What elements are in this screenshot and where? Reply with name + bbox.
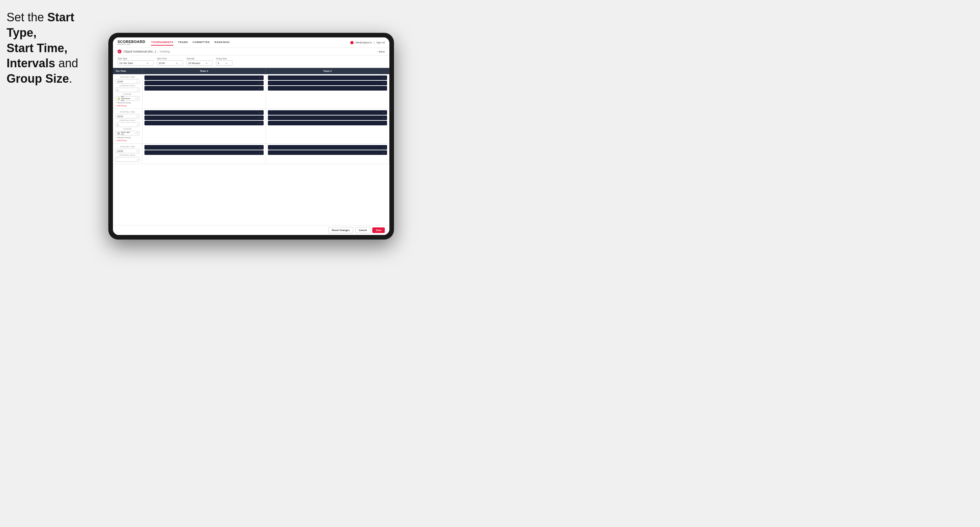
breadcrumb-tournament[interactable]: Clippd Invitational (Mo...)	[123, 50, 156, 53]
player-x-4-2[interactable]: × ○	[382, 117, 386, 119]
starting-time-input-1[interactable]: 10:00 ⊙	[116, 79, 140, 84]
player-empty-4-3	[268, 121, 387, 125]
starting-hole-label-3: STARTING HOLE:	[116, 154, 140, 156]
player-x-2-2[interactable]: × ○	[382, 82, 386, 84]
course-input-1[interactable]: ⛳ (A) Peachtree GC × ▾	[116, 96, 140, 101]
starting-time-input-2[interactable]: 10:10 ⊙	[116, 114, 140, 119]
nav-tab-teams[interactable]: TEAMS	[178, 40, 188, 46]
starting-hole-label-1: STARTING HOLE:	[116, 85, 140, 87]
player-x-1-3[interactable]: × ○	[259, 87, 262, 90]
starting-hole-input-2[interactable]: 1 ▾	[116, 122, 140, 127]
nav-tab-rankings[interactable]: RANKINGS	[215, 40, 230, 46]
logo-text: SCOREBOARD	[118, 40, 145, 44]
player-x-1-2[interactable]: × ○	[259, 82, 262, 84]
remove-group-2[interactable]: ○ Remove Group	[116, 137, 140, 138]
start-time-select[interactable]: 10:00 ⊙	[157, 60, 183, 66]
hole-chevron-1: ▾	[137, 89, 138, 91]
remove-icon-1: ○	[116, 102, 117, 104]
add-group-2[interactable]: + Add Group	[116, 140, 140, 141]
player-row-4-1: × ○	[268, 110, 387, 115]
group-2-team1: × ○ × ○ × ○	[143, 109, 266, 143]
tablet-device: SCOREBOARD Powered by clipp... TOURNAMEN…	[108, 33, 394, 240]
group-1-team2: × ○ × ○	[266, 74, 389, 109]
intervals-label: Intervals	[186, 57, 213, 60]
course-extra-1: ▾	[137, 97, 138, 100]
player-x-2-1[interactable]: × ○	[382, 77, 386, 79]
starting-hole-input-1[interactable]: 1 ▾	[116, 87, 140, 92]
start-type-group: Start Type 1st Tee Start ▾	[118, 57, 154, 66]
course-extra-2: ▾	[137, 132, 138, 135]
player-row-1-2: × ○	[145, 81, 264, 85]
course-tag-1: (A) Peachtree GC	[121, 95, 133, 102]
starting-hole-label-2: STARTING HOLE:	[116, 119, 140, 121]
group-row-2: STARTING TIME: 10:10 ⊙ STARTING HOLE: 1 …	[113, 109, 389, 144]
player-row-3-2: × ○	[145, 116, 264, 120]
instruction-line2: Start Time,	[6, 41, 67, 55]
group-row-3: STARTING TIME: 10:20 ⊙ STARTING HOLE: ▾ …	[113, 144, 389, 164]
group-1-left: STARTING TIME: 10:00 ⊙ STARTING HOLE: 1 …	[113, 74, 143, 109]
instruction-text: Set the Start Type, Start Time, Interval…	[6, 10, 105, 87]
save-button[interactable]: Save	[372, 227, 385, 233]
group-3-left: STARTING TIME: 10:20 ⊙ STARTING HOLE: ▾	[113, 144, 143, 164]
start-type-select[interactable]: 1st Tee Start ▾	[118, 60, 154, 66]
remove-group-1[interactable]: ○ Remove Group	[116, 102, 140, 104]
player-x-1-1[interactable]: × ○	[259, 77, 262, 79]
intervals-value: 10 Minutes	[188, 62, 200, 65]
player-row-5-1: × ○	[145, 145, 264, 150]
player-row-6-2: × ○	[268, 150, 387, 155]
player-x-3-3[interactable]: × ○	[259, 122, 262, 124]
user-avatar-dot	[350, 41, 353, 44]
nav-tab-committee[interactable]: COMMITTEE	[193, 40, 210, 46]
player-x-3-1[interactable]: × ○	[259, 111, 262, 114]
sign-out-link[interactable]: Sign out	[376, 41, 385, 44]
instruction-line4-bold: Group Size	[6, 72, 69, 85]
player-row-2-2: × ○	[268, 81, 387, 85]
course-input-2[interactable]: 🏢 East Lake GC × ▾	[116, 131, 140, 135]
nav-tabs: TOURNAMENTS TEAMS COMMITTEE RANKINGS	[151, 40, 350, 46]
player-x-3-2[interactable]: × ○	[259, 117, 262, 119]
remove-icon-2: ○	[116, 137, 117, 138]
nav-separator: |	[374, 41, 374, 44]
player-x-5-1[interactable]: × ○	[259, 146, 262, 149]
group-size-select[interactable]: 3 ▾	[216, 60, 232, 66]
course-chevron-1: ×	[134, 97, 135, 100]
starting-time-label-2: STARTING TIME:	[116, 111, 140, 113]
starting-time-input-3[interactable]: 10:20 ⊙	[116, 149, 140, 153]
player-row-5-2: × ○	[145, 150, 264, 155]
starting-hole-input-3[interactable]: ▾	[116, 157, 140, 162]
col-team2: Team 2	[266, 68, 389, 74]
instruction-line3-bold: Intervals	[6, 56, 55, 70]
reset-changes-button[interactable]: Reset Changes	[328, 227, 353, 233]
instruction-line1: Set the	[6, 11, 47, 24]
breadcrumb-section: Hosting	[160, 50, 170, 53]
breadcrumb-logo: C	[118, 49, 121, 54]
player-x-4-1[interactable]: × ○	[382, 111, 386, 114]
start-time-group: Start Time 10:00 ⊙	[157, 57, 183, 66]
player-x-6-1[interactable]: × ○	[382, 146, 386, 149]
start-type-label: Start Type	[118, 57, 154, 60]
course-tag-2: East Lake GC	[121, 131, 133, 135]
group-row-1: STARTING TIME: 10:00 ⊙ STARTING HOLE: 1 …	[113, 74, 389, 109]
player-x-5-2[interactable]: × ○	[259, 152, 262, 154]
start-time-chevron-icon: ⊙	[176, 62, 178, 64]
time-icon-1: ⊙	[136, 80, 138, 83]
intervals-select[interactable]: 10 Minutes ▾	[186, 60, 213, 66]
player-row-3-1: × ○	[145, 110, 264, 115]
group-size-group: Group Size 3 ▾	[216, 57, 232, 66]
start-time-label: Start Time	[157, 57, 183, 60]
player-row-2-1: × ○	[268, 75, 387, 80]
hole-chevron-2: ▾	[137, 124, 138, 126]
nav-tab-tournaments[interactable]: TOURNAMENTS	[151, 40, 173, 46]
nav-bar: SCOREBOARD Powered by clipp... TOURNAMEN…	[113, 37, 389, 48]
back-link[interactable]: ‹ Back	[377, 50, 385, 53]
intervals-chevron-icon: ▾	[206, 62, 207, 64]
cancel-button[interactable]: Cancel	[355, 227, 371, 233]
instruction-line3-end: and	[55, 56, 78, 70]
intervals-group: Intervals 10 Minutes ▾	[186, 57, 213, 66]
group-2-left: STARTING TIME: 10:10 ⊙ STARTING HOLE: 1 …	[113, 109, 143, 143]
nav-user: blair@clipped.io | Sign out	[350, 41, 385, 44]
player-empty-2-3	[268, 86, 387, 90]
player-x-6-2[interactable]: × ○	[382, 152, 386, 154]
add-group-1[interactable]: + Add Group	[116, 105, 140, 106]
player-row-4-2: × ○	[268, 116, 387, 120]
